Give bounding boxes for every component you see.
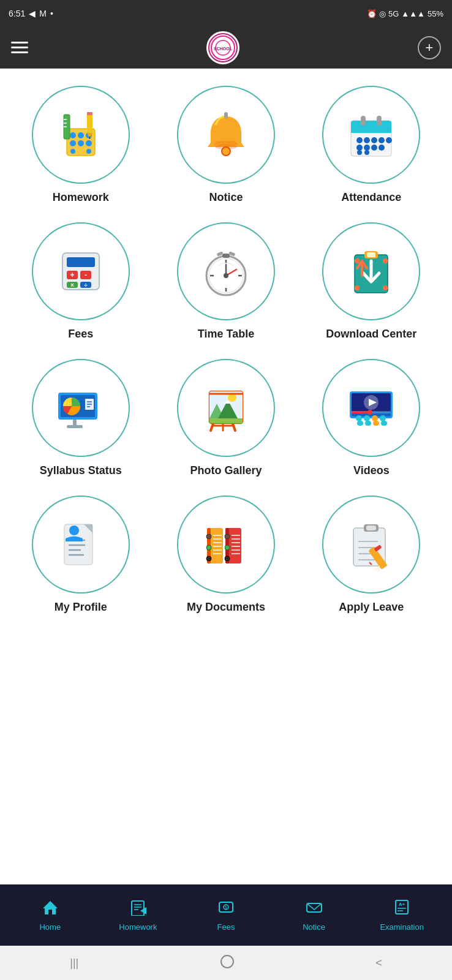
grid-item-fees[interactable]: + - × ÷ Fees	[10, 217, 151, 348]
svg-rect-40	[67, 257, 95, 267]
svg-rect-26	[361, 116, 366, 126]
grid-item-leave[interactable]: Apply Leave	[301, 491, 442, 621]
grid-item-syllabus[interactable]: Syllabus Status	[10, 354, 151, 484]
svg-rect-27	[377, 116, 382, 126]
status-bar: 6:51 ◀ M • ⏰ ◎ 5G ▲▲▲ 55%	[0, 0, 452, 27]
svg-point-28	[356, 137, 363, 143]
android-nav: ||| <	[0, 946, 452, 980]
grid-item-attendance[interactable]: Attendance	[301, 81, 442, 211]
svg-point-11	[86, 149, 91, 154]
svg-rect-102	[373, 421, 379, 426]
leave-icon	[344, 517, 399, 572]
grid-item-videos[interactable]: Videos	[301, 354, 442, 484]
grid-item-notice[interactable]: Notice	[155, 81, 296, 211]
top-nav: SCHOOL +	[0, 27, 452, 69]
grid-item-download[interactable]: Download Center	[301, 217, 442, 348]
svg-point-37	[357, 150, 362, 155]
android-home[interactable]	[219, 953, 236, 973]
signal-5g: 5G	[388, 9, 399, 18]
svg-point-29	[364, 137, 370, 143]
grid-item-profile[interactable]: My Profile	[10, 491, 151, 621]
svg-rect-138	[366, 526, 376, 530]
svg-point-99	[380, 415, 386, 421]
timetable-label: Time Table	[198, 328, 254, 341]
logo-inner: SCHOOL	[209, 34, 236, 61]
notice-label: Notice	[209, 191, 243, 204]
svg-text:$: $	[225, 905, 227, 910]
svg-text:+: +	[70, 271, 74, 279]
nav-fees-label: Fees	[217, 922, 235, 932]
fees-label: Fees	[68, 328, 93, 341]
svg-rect-18	[87, 112, 92, 115]
svg-rect-101	[365, 421, 371, 426]
android-recent[interactable]: <	[375, 957, 382, 970]
svg-text:÷: ÷	[84, 282, 88, 288]
profile-label: My Profile	[55, 601, 107, 614]
examination-nav-icon: A+	[393, 899, 410, 920]
svg-point-113	[69, 526, 79, 535]
svg-rect-103	[381, 421, 387, 426]
profile-icon	[53, 517, 108, 572]
grid-item-gallery[interactable]: Photo Gallery	[155, 354, 296, 484]
bottom-nav: Home Homework $ Fees	[0, 884, 452, 946]
nav-home[interactable]: Home	[26, 899, 75, 932]
svg-point-69	[383, 285, 388, 290]
status-left: 6:51 ◀ M •	[9, 9, 53, 18]
svg-marker-147	[43, 901, 58, 914]
svg-rect-78	[67, 425, 83, 428]
nav-homework-label: Homework	[119, 922, 157, 932]
svg-text:-: -	[85, 271, 87, 279]
signal-icon: ◀	[29, 9, 36, 18]
add-notification-button[interactable]: +	[418, 36, 441, 59]
svg-point-116	[206, 534, 211, 539]
svg-point-4	[70, 132, 76, 138]
syllabus-icon	[53, 380, 108, 435]
grid-item-documents[interactable]: My Documents	[155, 491, 296, 621]
profile-icon-circle	[32, 496, 130, 594]
svg-rect-161	[221, 956, 233, 968]
wifi-icon: ▲▲▲	[401, 9, 425, 18]
time-display: 6:51	[9, 9, 25, 18]
homework-icon	[53, 107, 108, 162]
attendance-icon	[344, 107, 399, 162]
svg-text:SCHOOL: SCHOOL	[214, 47, 233, 51]
svg-point-30	[371, 137, 377, 143]
main-content: Homework Notic	[0, 69, 452, 884]
grid-item-timetable[interactable]: Time Table	[155, 217, 296, 348]
svg-point-66	[355, 258, 360, 263]
nav-home-label: Home	[39, 922, 61, 932]
nav-homework[interactable]: Homework	[113, 899, 162, 932]
nav-examination[interactable]: A+ Examination	[377, 899, 426, 932]
gallery-icon-circle	[177, 359, 275, 457]
svg-point-128	[225, 545, 230, 550]
svg-point-32	[386, 137, 392, 143]
gmail-icon: M	[39, 9, 47, 18]
timetable-icon	[198, 244, 254, 299]
svg-text:A+: A+	[399, 902, 405, 907]
menu-grid: Homework Notic	[6, 81, 446, 621]
svg-rect-22	[224, 112, 228, 118]
leave-icon-circle	[322, 496, 420, 594]
android-back[interactable]: |||	[70, 957, 78, 970]
svg-point-68	[355, 285, 360, 290]
download-label: Download Center	[326, 328, 416, 341]
syllabus-icon-circle	[32, 359, 130, 457]
grid-item-homework[interactable]: Homework	[10, 81, 151, 211]
documents-label: My Documents	[187, 601, 265, 614]
home-nav-icon	[42, 899, 59, 920]
nav-notice-label: Notice	[303, 922, 325, 932]
svg-rect-100	[357, 421, 363, 426]
svg-point-106	[367, 410, 372, 415]
homework-icon-circle	[32, 86, 130, 184]
svg-rect-51	[222, 254, 230, 258]
gallery-icon	[198, 380, 254, 435]
svg-point-98	[372, 415, 378, 421]
nav-fees[interactable]: $ Fees	[202, 899, 250, 932]
svg-point-35	[371, 145, 377, 151]
svg-rect-63	[367, 252, 375, 257]
leave-label: Apply Leave	[339, 601, 404, 614]
attendance-icon-circle	[322, 86, 420, 184]
hamburger-menu[interactable]	[11, 42, 28, 53]
nav-notice[interactable]: Notice	[290, 899, 339, 932]
svg-point-10	[70, 149, 75, 154]
